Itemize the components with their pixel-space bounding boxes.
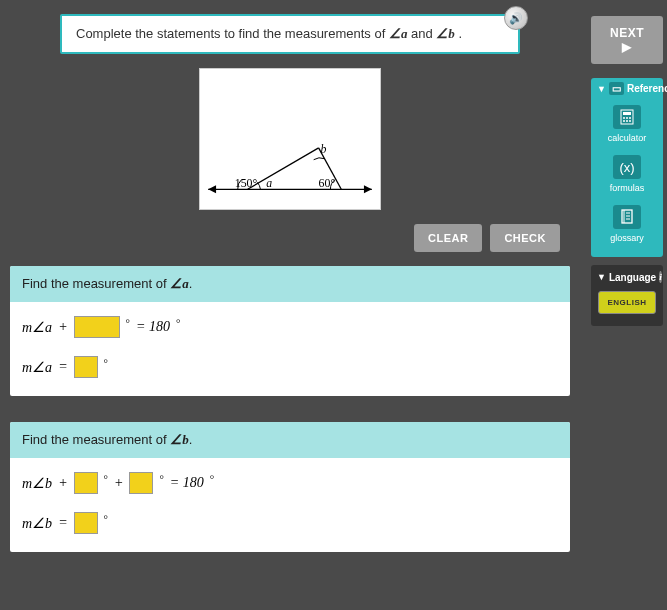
svg-point-10 — [623, 120, 625, 122]
calculator-item[interactable]: calculator — [591, 99, 663, 149]
audio-icon[interactable]: 🔊 — [504, 6, 528, 30]
svg-point-9 — [629, 117, 631, 119]
input-b1[interactable] — [74, 472, 98, 494]
chevron-down-icon: ▼ — [597, 84, 606, 94]
eq-a1: m∠a + ° = 180° — [22, 316, 558, 338]
instruction-text: Complete the statements to find the meas… — [76, 26, 389, 41]
eq-a2: m∠a = ° — [22, 356, 558, 378]
glossary-item[interactable]: glossary — [591, 199, 663, 249]
next-button[interactable]: NEXT ▶ — [591, 16, 663, 64]
input-b2[interactable] — [129, 472, 153, 494]
reference-panel: ▼ ▭ Reference calculator (x) formulas gl… — [591, 78, 663, 257]
svg-marker-1 — [208, 185, 216, 193]
section-a-header: Find the measurement of ∠a. — [10, 266, 570, 302]
svg-point-7 — [623, 117, 625, 119]
svg-marker-2 — [364, 185, 372, 193]
section-b-header: Find the measurement of ∠b. — [10, 422, 570, 458]
clear-button[interactable]: CLEAR — [414, 224, 482, 252]
eq-b1: m∠b + ° + ° = 180° — [22, 472, 558, 494]
svg-point-12 — [629, 120, 631, 122]
section-a-panel: Find the measurement of ∠a. m∠a + ° = 18… — [10, 266, 570, 396]
input-a1[interactable] — [74, 316, 120, 338]
section-b-panel: Find the measurement of ∠b. m∠b + ° + ° … — [10, 422, 570, 552]
check-button[interactable]: CHECK — [490, 224, 560, 252]
book-icon: ▭ — [609, 82, 624, 95]
input-b3[interactable] — [74, 512, 98, 534]
formulas-item[interactable]: (x) formulas — [591, 149, 663, 199]
language-header[interactable]: ▼ Language i — [597, 271, 657, 283]
calculator-icon — [613, 105, 641, 129]
figure-box: 150° a 60° b — [199, 68, 381, 210]
language-panel: ▼ Language i ENGLISH — [591, 265, 663, 326]
svg-point-8 — [626, 117, 628, 119]
label-a: a — [266, 176, 272, 190]
language-english-button[interactable]: ENGLISH — [598, 291, 655, 314]
glossary-icon — [613, 205, 641, 229]
formulas-icon: (x) — [613, 155, 641, 179]
instruction-var-b: ∠b — [436, 26, 455, 41]
label-b: b — [321, 142, 327, 156]
svg-point-11 — [626, 120, 628, 122]
chevron-down-icon: ▼ — [597, 272, 606, 282]
instruction-var-a: ∠a — [389, 26, 408, 41]
info-icon[interactable]: i — [659, 271, 662, 283]
triangle-figure: 150° a 60° b — [200, 69, 380, 209]
reference-header[interactable]: ▼ ▭ Reference — [591, 78, 663, 99]
input-a2[interactable] — [74, 356, 98, 378]
instruction-box: Complete the statements to find the meas… — [60, 14, 520, 54]
eq-b2: m∠b = ° — [22, 512, 558, 534]
svg-rect-6 — [623, 112, 631, 115]
angle-60: 60° — [319, 176, 336, 190]
angle-150: 150° — [235, 176, 258, 190]
